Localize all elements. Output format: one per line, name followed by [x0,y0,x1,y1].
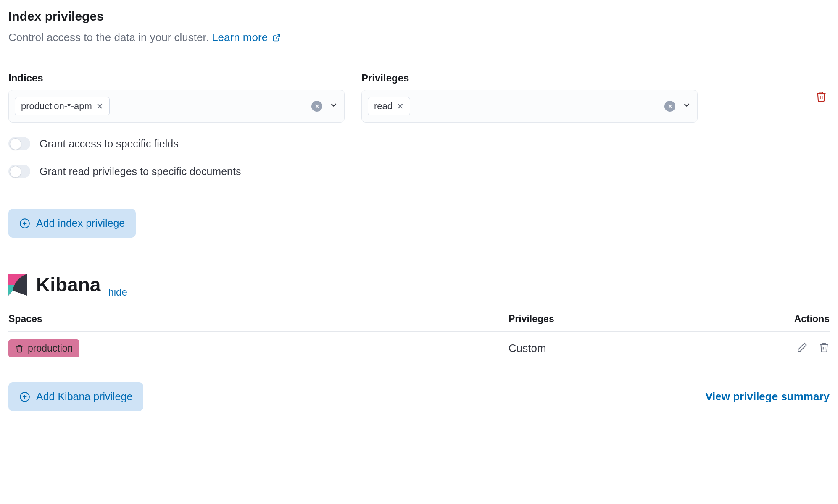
table-header: Spaces Privileges Actions [8,313,830,332]
chevron-down-icon[interactable] [329,100,338,112]
button-label: Add Kibana privilege [36,391,132,403]
space-name: production [28,343,73,354]
pencil-icon [797,342,808,353]
kibana-title: Kibana [36,273,100,296]
clear-indices-icon[interactable]: ✕ [311,101,322,112]
remove-chip-icon[interactable]: ✕ [397,102,404,110]
privilege-chip[interactable]: read ✕ [368,97,410,116]
grant-docs-toggle[interactable] [8,165,30,178]
divider [8,192,830,192]
grant-docs-label: Grant read privileges to specific docume… [40,165,241,178]
chip-label: read [374,101,393,112]
learn-more-text: Learn more [212,31,268,44]
section-title: Index privileges [8,9,830,24]
add-kibana-privilege-button[interactable]: Add Kibana privilege [8,382,143,411]
kibana-logo-icon [8,274,27,296]
delete-privilege-button[interactable] [819,342,830,355]
clear-privileges-icon[interactable]: ✕ [664,101,675,112]
view-privilege-summary-link[interactable]: View privilege summary [705,390,830,403]
index-privileges-section: Index privileges Control access to the d… [8,9,830,238]
indices-field: Indices production-*-apm ✕ ✕ [8,72,345,123]
description-text: Control access to the data in your clust… [8,31,212,44]
index-chip[interactable]: production-*-apm ✕ [15,97,110,116]
external-link-icon [272,34,281,42]
trash-icon [819,342,830,353]
edit-privilege-button[interactable] [797,342,808,355]
button-label: Add index privilege [36,217,125,229]
indices-label: Indices [8,72,345,84]
add-index-privilege-button[interactable]: Add index privilege [8,209,136,238]
kibana-table: Spaces Privileges Actions production Cus… [8,313,830,365]
delete-index-privilege-button[interactable] [815,93,827,105]
space-icon [15,344,24,353]
privilege-value: Custom [509,342,689,355]
privileges-combobox[interactable]: read ✕ ✕ [361,90,698,123]
privileges-field: Privileges read ✕ ✕ [361,72,698,123]
index-privilege-row: Indices production-*-apm ✕ ✕ Privilege [8,72,830,123]
table-row: production Custom [8,332,830,365]
chevron-down-icon[interactable] [682,100,691,112]
section-description: Control access to the data in your clust… [8,31,830,44]
remove-chip-icon[interactable]: ✕ [96,102,103,110]
kibana-header: Kibana hide [8,273,830,298]
col-privileges-header: Privileges [509,313,689,325]
hide-kibana-link[interactable]: hide [108,286,127,298]
plus-circle-icon [19,218,30,229]
col-spaces-header: Spaces [8,313,509,325]
learn-more-link[interactable]: Learn more [212,31,281,44]
privileges-label: Privileges [361,72,698,84]
kibana-section: Kibana hide Spaces Privileges Actions pr… [8,259,830,411]
space-badge[interactable]: production [8,339,79,357]
grant-fields-label: Grant access to specific fields [40,138,179,150]
plus-circle-icon [19,391,30,402]
grant-fields-toggle[interactable] [8,137,30,150]
chip-label: production-*-apm [21,101,92,112]
col-actions-header: Actions [689,313,830,325]
indices-combobox[interactable]: production-*-apm ✕ ✕ [8,90,345,123]
trash-icon [815,91,827,102]
svg-line-0 [276,35,280,39]
divider [8,58,830,58]
